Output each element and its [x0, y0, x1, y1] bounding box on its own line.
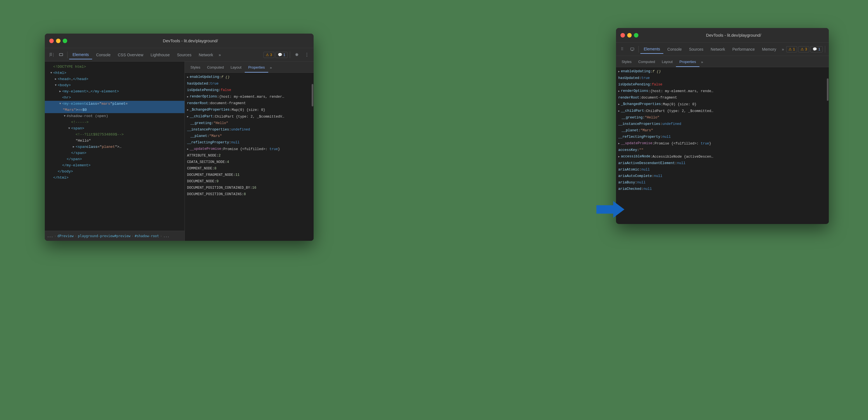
- minimize-button-back[interactable]: [56, 39, 60, 43]
- prop-cdata-node-back[interactable]: CDATA_SECTION_NODE : 4: [185, 159, 311, 166]
- prop-reflecting-prop-front[interactable]: __reflectingProperty : null: [616, 134, 827, 140]
- dom-line-hr[interactable]: <hr>: [45, 95, 185, 101]
- prop-aria-busy-front[interactable]: ariaBusy : null: [616, 179, 827, 186]
- warning-badge-1-front[interactable]: ⚠ 1: [786, 46, 797, 52]
- prop-enable-updating-front[interactable]: enableUpdating : f (): [616, 68, 827, 75]
- tab-sources-front[interactable]: Sources: [686, 45, 707, 54]
- prop-aria-autocomplete-front[interactable]: ariaAutoComplete : null: [616, 173, 827, 179]
- dom-line-doctype[interactable]: <!DOCTYPE html>: [45, 64, 185, 70]
- dom-line-span-close-2[interactable]: </span>: [45, 156, 185, 162]
- prop-render-options-back[interactable]: renderOptions : {host: my-element.mars, …: [185, 93, 311, 100]
- tab-elements-front[interactable]: Elements: [640, 45, 663, 54]
- dom-line-comment-1[interactable]: <!----->: [45, 119, 185, 125]
- panel-tab-layout-back[interactable]: Layout: [227, 62, 245, 72]
- tab-performance-front[interactable]: Performance: [729, 45, 758, 54]
- panel-tab-properties-front[interactable]: Properties: [676, 57, 699, 67]
- tab-console-back[interactable]: Console: [93, 51, 114, 59]
- dom-line-html-close[interactable]: </html>: [45, 175, 185, 181]
- prop-attribute-node-back[interactable]: ATTRIBUTE_NODE : 2: [185, 153, 311, 159]
- tab-sources-back[interactable]: Sources: [174, 51, 195, 59]
- warning-badge-2-front[interactable]: ⚠ 3: [798, 46, 809, 52]
- prop-is-update-pending-front[interactable]: isUpdatePending : false: [616, 82, 827, 88]
- dom-line-html[interactable]: ▼ <html>: [45, 70, 185, 76]
- dom-line-body[interactable]: ▼ <body>: [45, 82, 185, 88]
- scrollbar-thumb-front[interactable]: [827, 79, 829, 101]
- info-badge-front[interactable]: 💬 1: [810, 46, 823, 52]
- tab-overflow-back[interactable]: »: [217, 51, 223, 59]
- dom-line-my-element-1[interactable]: ▶ <my-element>…</my-element>: [45, 88, 185, 95]
- properties-content-front[interactable]: enableUpdating : f () hasUpdated : true …: [616, 67, 827, 224]
- minimize-button-front[interactable]: [627, 33, 632, 37]
- scrollbar-back[interactable]: [311, 73, 314, 241]
- panel-tab-styles-front[interactable]: Styles: [618, 57, 635, 67]
- prop-is-update-pending-back[interactable]: isUpdatePending : false: [185, 87, 311, 93]
- tab-lighthouse-back[interactable]: Lighthouse: [147, 51, 173, 59]
- device-icon-front[interactable]: [628, 45, 637, 54]
- warning-badge-back[interactable]: ⚠ 3: [264, 52, 274, 58]
- prop-child-part-front[interactable]: __childPart : ChildPart {type: 2, _$comm…: [616, 108, 827, 115]
- dom-line-comment-2[interactable]: <!--?lit$927534869$-->: [45, 131, 185, 138]
- tab-memory-front[interactable]: Memory: [759, 45, 780, 54]
- dom-line-shadow-root[interactable]: ▼ #shadow-root (open): [45, 113, 185, 119]
- prop-reflecting-prop-back[interactable]: __reflectingProperty : null: [185, 140, 311, 146]
- dom-line-my-element-close[interactable]: </my-element>: [45, 162, 185, 169]
- dom-line-head[interactable]: ▶ <head>…</head>: [45, 76, 185, 82]
- dom-line-body-close[interactable]: </body>: [45, 169, 185, 175]
- dom-tree-back[interactable]: <!DOCTYPE html> ▼ <html> ▶ <head>…</head…: [45, 62, 185, 231]
- prop-render-root-front[interactable]: renderRoot : document-fragment: [616, 95, 827, 101]
- prop-has-updated-back[interactable]: hasUpdated : true: [185, 81, 311, 87]
- prop-changed-props-back[interactable]: _$changedProperties : Map(0) {size: 0}: [185, 107, 311, 113]
- prop-planet-back[interactable]: __planet : "Mars": [185, 133, 311, 140]
- tab-overflow-front[interactable]: »: [780, 45, 786, 54]
- prop-enable-updating-back[interactable]: enableUpdating : f (): [185, 74, 311, 81]
- inspect-icon[interactable]: [47, 51, 56, 59]
- breadcrumb-playground-preview[interactable]: playground-preview#preview: [78, 234, 130, 238]
- prop-render-root-back[interactable]: renderRoot : document-fragment: [185, 100, 311, 107]
- settings-icon-back[interactable]: [292, 51, 301, 59]
- panel-tab-properties-back[interactable]: Properties: [245, 62, 268, 72]
- tab-css-overview-back[interactable]: CSS Overview: [115, 51, 147, 59]
- info-badge-back[interactable]: 💬 1: [276, 52, 287, 58]
- prop-aria-active-desc-front[interactable]: ariaActiveDescendantElement : null: [616, 160, 827, 167]
- tab-console-front[interactable]: Console: [664, 45, 685, 54]
- prop-comment-node-back[interactable]: COMMENT_NODE : 8: [185, 166, 311, 172]
- panel-tab-layout-front[interactable]: Layout: [658, 57, 676, 67]
- close-button-back[interactable]: [49, 39, 54, 43]
- close-button-front[interactable]: [620, 33, 625, 37]
- dom-line-hello[interactable]: "Hello": [45, 138, 185, 144]
- scrollbar-front[interactable]: [827, 67, 829, 224]
- more-icon-back[interactable]: ⋮: [302, 51, 311, 59]
- prop-doc-pos-contained-back[interactable]: DOCUMENT_POSITION_CONTAINED_BY : 16: [185, 185, 311, 191]
- scrollbar-thumb-back[interactable]: [312, 84, 313, 107]
- prop-greeting-back[interactable]: __greeting : "Hello": [185, 120, 311, 126]
- dom-line-my-element-selected-2[interactable]: "Mars"> == $0: [45, 107, 185, 113]
- prop-accessible-node-front[interactable]: accessibleNode : AccessibleNode {activeD…: [616, 153, 827, 160]
- panel-tab-computed-back[interactable]: Computed: [204, 62, 227, 72]
- panel-tab-overflow-back[interactable]: »: [268, 62, 274, 72]
- panel-tab-styles-back[interactable]: Styles: [187, 62, 204, 72]
- dom-line-span-open[interactable]: ▼ <span>: [45, 125, 185, 131]
- prop-child-part-back[interactable]: __childPart : ChildPart {type: 2, _$comm…: [185, 113, 311, 120]
- prop-changed-props-front[interactable]: _$changedProperties : Map(0) {size: 0}: [616, 101, 827, 108]
- prop-doc-frag-node-back[interactable]: DOCUMENT_FRAGMENT_NODE : 11: [185, 172, 311, 178]
- properties-content-back[interactable]: enableUpdating : f () hasUpdated : true …: [185, 73, 311, 241]
- device-icon[interactable]: [57, 51, 65, 59]
- breadcrumb-dpreview[interactable]: dPreview: [57, 234, 74, 238]
- prop-greeting-front[interactable]: __greeting : "Hello": [616, 115, 827, 121]
- maximize-button-back[interactable]: [63, 39, 67, 43]
- prop-instance-props-front[interactable]: __instanceProperties : undefined: [616, 121, 827, 127]
- inspect-icon-front[interactable]: [618, 45, 627, 54]
- prop-doc-node-back[interactable]: DOCUMENT_NODE : 9: [185, 178, 311, 185]
- prop-doc-pos-contains-back[interactable]: DOCUMENT_POSITION_CONTAINS : 8: [185, 191, 311, 198]
- prop-has-updated-front[interactable]: hasUpdated : true: [616, 75, 827, 82]
- panel-tab-overflow-front[interactable]: »: [700, 57, 705, 67]
- settings-icon-front[interactable]: [828, 45, 829, 54]
- maximize-button-front[interactable]: [634, 33, 639, 37]
- dom-line-my-element-selected[interactable]: ▼ <my-element class="mars" planet=: [45, 101, 185, 107]
- tab-network-back[interactable]: Network: [195, 51, 216, 59]
- prop-update-promise-front[interactable]: __updatePromise : Promise {<fulfilled>: …: [616, 140, 827, 147]
- prop-render-options-front[interactable]: renderOptions : {host: my-element.mars, …: [616, 88, 827, 95]
- prop-aria-checked-front[interactable]: ariaChecked : null: [616, 186, 827, 192]
- prop-instance-props-back[interactable]: __instanceProperties : undefined: [185, 126, 311, 133]
- breadcrumb-shadow-root[interactable]: #shadow-root: [135, 234, 159, 238]
